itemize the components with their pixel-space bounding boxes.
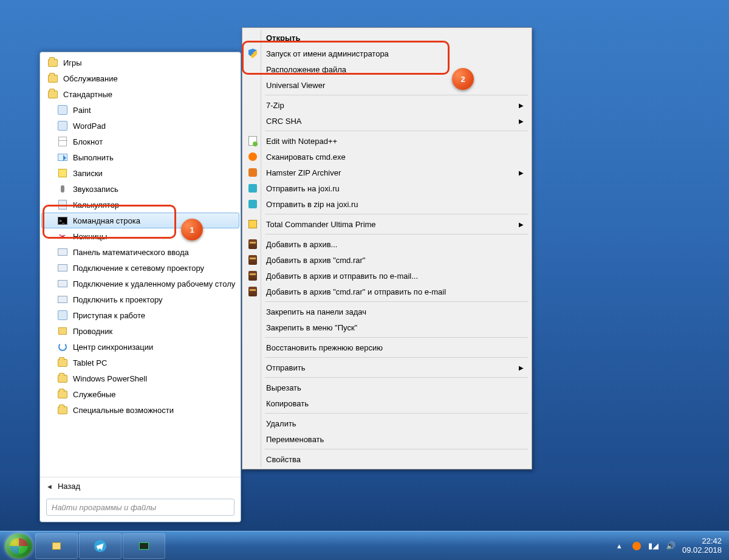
- context-menu-item[interactable]: Отправить▶: [244, 360, 530, 375]
- calc-icon: [57, 199, 68, 210]
- stick-icon: [57, 168, 68, 179]
- app-icon: [57, 310, 68, 321]
- panel-icon: [57, 262, 68, 273]
- context-menu-item[interactable]: Добавить в архив "cmd.rar": [244, 252, 530, 268]
- tray-clock[interactable]: 22:42 09.02.2018: [682, 537, 722, 555]
- program-item[interactable]: ✂Ножницы: [41, 228, 239, 244]
- context-menu-item[interactable]: Расположение файла: [244, 61, 530, 77]
- context-menu-item[interactable]: Отправить на joxi.ru: [244, 180, 530, 196]
- context-menu: ОткрытьЗапуск от имени администратораРас…: [242, 27, 532, 470]
- tray-volume-icon[interactable]: 🔊: [665, 541, 676, 551]
- submenu-arrow-icon: ▶: [519, 221, 524, 228]
- program-item-label: Подключение к сетевому проектору: [73, 264, 204, 273]
- context-menu-item-label: Добавить в архив...: [266, 240, 337, 249]
- sync-icon: [57, 341, 68, 352]
- context-menu-separator: [265, 301, 528, 302]
- tray-date: 09.02.2018: [682, 546, 722, 555]
- program-item[interactable]: Подключить к проектору: [41, 292, 239, 307]
- context-menu-item[interactable]: Свойства: [244, 451, 530, 467]
- program-item[interactable]: Обслуживание: [41, 70, 239, 86]
- context-menu-item[interactable]: 7-Zip▶: [244, 97, 530, 113]
- tray-network-icon[interactable]: ▮◢: [648, 541, 659, 551]
- rar-icon: [247, 254, 258, 265]
- context-menu-item[interactable]: Вырезать: [244, 380, 530, 395]
- search-placeholder: Найти программы и файлы: [52, 503, 156, 512]
- tray-chevron-icon[interactable]: ▴: [614, 541, 625, 551]
- context-menu-item[interactable]: Удалить: [244, 415, 530, 431]
- explore-icon: [57, 326, 68, 336]
- panel-icon: [57, 247, 68, 258]
- program-item[interactable]: >_Командная строка: [41, 213, 239, 228]
- context-menu-item[interactable]: Открыть: [244, 30, 530, 46]
- context-menu-item[interactable]: Добавить в архив и отправить по e-mail..…: [244, 268, 530, 284]
- program-item[interactable]: Панель математического ввода: [41, 244, 239, 260]
- context-menu-item[interactable]: Universal Viewer: [244, 77, 530, 93]
- start-menu: ИгрыОбслуживаниеСтандартныеPaintWordPadБ…: [39, 52, 241, 522]
- folder-icon: [47, 57, 58, 68]
- program-item[interactable]: Подключение к сетевому проектору: [41, 260, 239, 276]
- program-item-label: Подключить к проектору: [73, 295, 163, 304]
- program-item[interactable]: Стандартные: [41, 86, 239, 102]
- program-item[interactable]: WordPad: [41, 118, 239, 134]
- program-item-label: Ножницы: [73, 232, 107, 241]
- context-menu-separator: [265, 234, 528, 234]
- submenu-arrow-icon: ▶: [519, 364, 524, 371]
- context-menu-item[interactable]: Закрепить в меню "Пуск": [244, 319, 530, 335]
- context-menu-item-label: Universal Viewer: [266, 81, 325, 90]
- context-menu-item-label: Отправить в zip на joxi.ru: [266, 200, 358, 209]
- program-item[interactable]: Блокнот: [41, 134, 239, 149]
- context-menu-item-label: Total Commander Ultima Prime: [266, 220, 376, 229]
- program-item-label: WordPad: [73, 121, 106, 131]
- context-menu-item[interactable]: Восстановить прежнюю версию: [244, 340, 530, 355]
- program-item[interactable]: Подключение к удаленному рабочему столу: [41, 276, 239, 292]
- program-item[interactable]: Выполнить: [41, 149, 239, 165]
- context-menu-item-label: 7-Zip: [266, 101, 284, 110]
- context-menu-separator: [265, 131, 528, 131]
- program-item[interactable]: Windows PowerShell: [41, 370, 239, 386]
- context-menu-item-label: Hamster ZIP Archiver: [266, 168, 341, 177]
- program-item[interactable]: Калькулятор: [41, 197, 239, 213]
- folder-icon: [57, 389, 68, 400]
- context-menu-item[interactable]: Запуск от имени администратора: [244, 46, 530, 61]
- tray-app-icon[interactable]: [631, 541, 642, 551]
- program-item[interactable]: Центр синхронизации: [41, 339, 239, 355]
- program-item[interactable]: Записки: [41, 165, 239, 181]
- program-item[interactable]: Tablet PC: [41, 355, 239, 370]
- context-menu-item-label: Добавить в архив и отправить по e-mail..…: [266, 271, 418, 281]
- program-item[interactable]: Специальные возможности: [41, 402, 239, 418]
- program-item-label: Записки: [73, 169, 103, 178]
- program-item-label: Служебные: [73, 390, 116, 399]
- program-item[interactable]: Приступая к работе: [41, 307, 239, 323]
- start-button[interactable]: [5, 533, 33, 559]
- context-menu-item[interactable]: Закрепить на панели задач: [244, 304, 530, 319]
- context-menu-item[interactable]: Добавить в архив "cmd.rar" и отправить п…: [244, 284, 530, 299]
- program-item[interactable]: Служебные: [41, 386, 239, 402]
- taskbar-app-explorer[interactable]: [35, 533, 78, 559]
- taskbar-app-telegram[interactable]: [79, 533, 122, 559]
- context-menu-item[interactable]: Edit with Notepad++: [244, 133, 530, 149]
- context-menu-item[interactable]: Отправить в zip на joxi.ru: [244, 196, 530, 212]
- program-list: ИгрыОбслуживаниеСтандартныеPaintWordPadБ…: [40, 52, 241, 477]
- context-menu-item[interactable]: Total Commander Ultima Prime▶: [244, 216, 530, 232]
- program-item-label: Блокнот: [73, 137, 103, 146]
- program-item-label: Стандартные: [63, 90, 112, 99]
- search-input[interactable]: Найти программы и файлы: [46, 499, 234, 516]
- context-menu-item[interactable]: Сканировать cmd.exe: [244, 149, 530, 165]
- context-menu-item[interactable]: Добавить в архив...: [244, 236, 530, 252]
- context-menu-item[interactable]: Переименовать: [244, 431, 530, 447]
- shield-icon: [247, 48, 258, 59]
- program-item[interactable]: Проводник: [41, 323, 239, 339]
- taskbar-app-monitor[interactable]: [123, 533, 165, 559]
- folder-icon: [47, 89, 58, 100]
- context-menu-item[interactable]: Копировать: [244, 395, 530, 411]
- program-item-label: Windows PowerShell: [73, 374, 147, 383]
- program-item[interactable]: Игры: [41, 55, 239, 70]
- program-item-label: Выполнить: [73, 153, 114, 162]
- context-menu-separator: [265, 377, 528, 378]
- context-menu-item[interactable]: CRC SHA▶: [244, 113, 530, 129]
- panel-icon: [57, 278, 68, 289]
- program-item[interactable]: Звукозапись: [41, 181, 239, 197]
- back-button[interactable]: ◄ Назад: [40, 477, 241, 495]
- context-menu-item[interactable]: Hamster ZIP Archiver▶: [244, 165, 530, 180]
- program-item[interactable]: Paint: [41, 102, 239, 118]
